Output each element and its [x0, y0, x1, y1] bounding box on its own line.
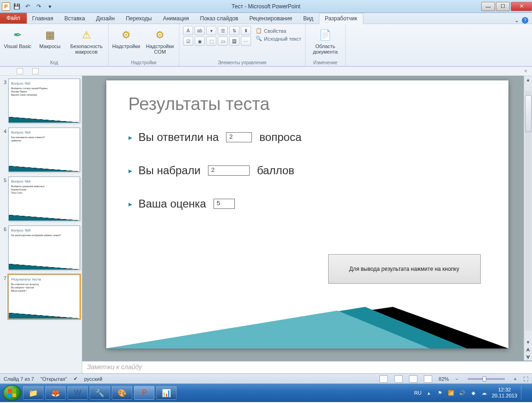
scroll-track[interactable]	[525, 91, 532, 331]
slide-title[interactable]: Результаты теста	[128, 94, 486, 114]
thumbnail-row[interactable]: 4Вопрос №3Как называется наша планета?пр…	[2, 128, 80, 172]
thumbnail-row[interactable]: 5Вопрос №4Выберите домашних животныхКоро…	[2, 177, 80, 221]
control-spin[interactable]: ⇅	[229, 26, 239, 35]
show-result-button[interactable]: Для вывода результата нажмите на кнопку	[328, 254, 481, 284]
scroll-down-icon[interactable]: ▼	[524, 338, 532, 346]
normal-view-button[interactable]	[379, 375, 388, 383]
prev-slide-icon[interactable]: ⮝	[524, 346, 532, 353]
zoom-out-button[interactable]: −	[455, 376, 458, 382]
tab-home[interactable]: Главная	[27, 13, 59, 24]
show-desktop-button[interactable]	[521, 386, 526, 400]
pane-close-icon[interactable]: ×	[524, 68, 527, 74]
view-code-button[interactable]: 🔍Исходный текст	[256, 36, 301, 42]
addins-button[interactable]: Надстройки	[112, 26, 140, 49]
row-text[interactable]: Вы набрали	[139, 164, 201, 177]
task-tool[interactable]: 🔧	[90, 386, 110, 400]
task-paint[interactable]: 🎨	[112, 386, 132, 400]
scroll-up-icon[interactable]: ▲	[524, 76, 532, 83]
spell-icon[interactable]: ✔	[73, 376, 78, 382]
task-powerpoint[interactable]: P	[134, 386, 154, 400]
tray-network-icon[interactable]: 📶	[447, 389, 455, 397]
close-button[interactable]: ✕	[511, 2, 532, 11]
outline-tab-icon[interactable]	[32, 68, 39, 74]
tab-animation[interactable]: Анимация	[157, 13, 194, 24]
macro-security-button[interactable]: Безопасность макросов	[68, 26, 104, 55]
clock[interactable]: 12:32 20.11.2013	[492, 387, 517, 399]
macros-button[interactable]: Макросы	[36, 26, 64, 49]
thumbnail-row[interactable]: 3Вопрос №2Выберите столицу нашей РодиныМ…	[2, 79, 80, 123]
control-checkbox[interactable]: ☑	[183, 37, 193, 46]
control-option[interactable]: ◉	[195, 37, 205, 46]
qat-redo-button[interactable]: ↷	[34, 2, 43, 11]
thumbnail[interactable]: Вопрос №4Выберите домашних животныхКоров…	[8, 177, 80, 221]
control-combo[interactable]: ▾	[206, 26, 216, 35]
slide-canvas[interactable]: Результаты теста ▸ Вы ответили на 2 вопр…	[82, 76, 532, 360]
task-explorer[interactable]: 📁	[23, 386, 43, 400]
zoom-slider[interactable]	[468, 378, 505, 380]
sorter-view-button[interactable]	[394, 375, 403, 383]
task-firefox[interactable]: 🦊	[45, 386, 66, 400]
task-word[interactable]: W	[67, 386, 88, 400]
zoom-value[interactable]: 82%	[439, 376, 449, 382]
tab-design[interactable]: Дизайн	[91, 13, 120, 24]
maximize-button[interactable]: ☐	[496, 2, 510, 11]
control-textbox[interactable]: ab	[195, 26, 205, 35]
control-more[interactable]: ⋯	[241, 37, 251, 46]
thumbnail[interactable]: Вопрос №5На какой картинке изображён каб…	[8, 226, 80, 270]
zoom-knob[interactable]	[483, 376, 486, 382]
tray-app-icon[interactable]: ◆	[470, 389, 477, 397]
start-button[interactable]	[3, 385, 21, 401]
tab-slideshow[interactable]: Показ слайдов	[195, 13, 244, 24]
row-text[interactable]: Ваша оценка	[139, 197, 206, 210]
thumbnail[interactable]: Результаты тестаВы ответили на • вопроса…	[8, 275, 80, 319]
qat-save-button[interactable]: 💾	[12, 2, 21, 11]
control-label[interactable]: A	[183, 26, 193, 35]
vertical-scrollbar[interactable]: ▲ ▼ ⮝ ⮟	[524, 76, 532, 360]
thumbnail[interactable]: Вопрос №3Как называется наша планета?пра…	[8, 128, 80, 172]
slides-tab-icon[interactable]	[17, 68, 23, 74]
grade-textbox[interactable]: 5	[214, 199, 235, 209]
score-textbox[interactable]: 2	[208, 165, 250, 176]
help-icon[interactable]: ?	[522, 17, 528, 24]
document-panel-button[interactable]: Область документа	[309, 26, 342, 55]
tab-developer[interactable]: Разработчик	[319, 13, 363, 24]
tray-show-hidden-icon[interactable]: ▴	[425, 389, 433, 397]
tray-volume-icon[interactable]: 🔊	[459, 389, 466, 397]
tab-view[interactable]: Вид	[298, 13, 319, 24]
thumbnail-pane[interactable]: 3Вопрос №2Выберите столицу нашей РодиныМ…	[0, 76, 82, 373]
control-button[interactable]: ▭	[218, 37, 228, 46]
com-addins-button[interactable]: Надстройки COM	[145, 26, 175, 55]
thumbnail-row[interactable]: 6Вопрос №5На какой картинке изображён ка…	[2, 226, 80, 270]
lang-indicator[interactable]: RU	[414, 390, 422, 396]
qat-customize-button[interactable]: ▾	[45, 2, 55, 11]
scroll-thumb[interactable]	[525, 95, 532, 132]
zoom-in-button[interactable]: +	[514, 376, 517, 382]
task-app[interactable]: 📊	[156, 386, 177, 400]
tab-review[interactable]: Рецензирование	[244, 13, 298, 24]
visual-basic-button[interactable]: Visual Basic	[4, 26, 31, 49]
row-text[interactable]: баллов	[257, 164, 294, 177]
minimize-button[interactable]: —	[481, 2, 495, 11]
fit-window-button[interactable]: ⛶	[523, 376, 528, 382]
control-list[interactable]: ☰	[218, 26, 228, 35]
tray-cloud-icon[interactable]: ☁	[481, 389, 488, 397]
control-scroll[interactable]: ⬍	[241, 26, 251, 35]
thumbnail-row[interactable]: 7Результаты тестаВы ответили на • вопрос…	[2, 275, 80, 319]
control-image[interactable]: 🖼	[229, 37, 239, 46]
slideshow-view-button[interactable]	[424, 375, 432, 383]
file-tab[interactable]: Файл	[0, 12, 27, 24]
notes-pane[interactable]: Заметки к слайду	[82, 360, 532, 373]
tab-transitions[interactable]: Переходы	[120, 13, 157, 24]
control-toggle[interactable]: ⬚	[206, 37, 216, 46]
language-indicator[interactable]: русский	[84, 376, 102, 382]
properties-button[interactable]: 📋Свойства	[256, 28, 301, 34]
qat-undo-button[interactable]: ↶	[23, 2, 32, 11]
row-text[interactable]: вопроса	[259, 131, 301, 144]
reading-view-button[interactable]	[409, 375, 417, 383]
answered-textbox[interactable]: 2	[226, 132, 252, 142]
tab-insert[interactable]: Вставка	[59, 13, 91, 24]
minimize-ribbon-icon[interactable]: ⌄	[514, 17, 519, 24]
row-text[interactable]: Вы ответили на	[139, 131, 219, 144]
next-slide-icon[interactable]: ⮟	[524, 353, 532, 360]
tray-flag-icon[interactable]: ⚑	[436, 389, 444, 397]
